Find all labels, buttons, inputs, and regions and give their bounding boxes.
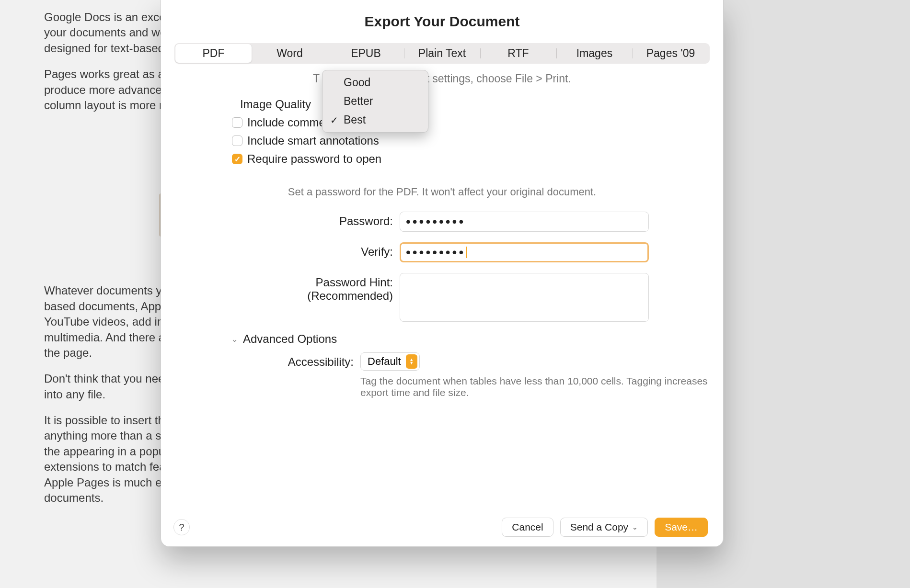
send-copy-label: Send a Copy — [570, 521, 628, 533]
verify-label: Verify: — [174, 242, 400, 259]
tab-epub[interactable]: EPUB — [328, 44, 404, 63]
hint-label: Password Hint: (Recommended) — [174, 273, 400, 303]
accessibility-select[interactable]: Default ▲▼ — [360, 352, 420, 371]
hint-input[interactable] — [400, 273, 649, 322]
include-smart-checkbox[interactable] — [232, 136, 242, 146]
include-comments-row: Include comments — [232, 116, 710, 129]
format-tabbar: PDF Word EPUB Plain Text RTF Images Page… — [174, 43, 710, 64]
dropdown-item-best[interactable]: ✓ Best — [323, 111, 428, 129]
password-row: Password: ••••••••• — [174, 212, 710, 232]
verify-input[interactable]: ••••••••• — [400, 242, 649, 262]
include-comments-checkbox[interactable] — [232, 117, 242, 128]
require-password-label[interactable]: Require password to open — [247, 152, 381, 166]
image-quality-label: Image Quality — [232, 98, 311, 111]
tab-plaintext[interactable]: Plain Text — [404, 44, 480, 63]
password-input[interactable]: ••••••••• — [400, 212, 649, 232]
accessibility-help-text: Tag the document when tables have less t… — [360, 375, 710, 398]
tab-pdf[interactable]: PDF — [175, 44, 252, 63]
dropdown-item-better[interactable]: Better — [323, 92, 428, 111]
accessibility-row: Accessibility: Default ▲▼ Tag the docume… — [174, 352, 710, 398]
dialog-body: T t settings, choose File > Print. Image… — [173, 72, 712, 510]
dialog-title: Export Your Document — [173, 13, 712, 30]
dropdown-item-good[interactable]: Good — [323, 73, 428, 92]
include-smart-label[interactable]: Include smart annotations — [247, 134, 379, 147]
advanced-options-toggle[interactable]: ⌄ Advanced Options — [231, 332, 710, 346]
tab-images[interactable]: Images — [556, 44, 633, 63]
require-password-row: ✓ Require password to open — [232, 152, 710, 166]
print-hint: T t settings, choose File > Print. — [174, 72, 710, 85]
export-dialog: Export Your Document PDF Word EPUB Plain… — [161, 0, 724, 547]
chevron-down-icon: ⌄ — [632, 523, 638, 531]
save-button[interactable]: Save… — [655, 518, 708, 537]
include-smart-row: Include smart annotations — [232, 134, 710, 147]
verify-row: Verify: ••••••••• — [174, 242, 710, 262]
tab-pages09[interactable]: Pages '09 — [633, 44, 709, 63]
chevron-down-icon: ⌄ — [231, 334, 238, 344]
cancel-button[interactable]: Cancel — [502, 518, 553, 537]
password-label: Password: — [174, 212, 400, 228]
require-password-checkbox[interactable]: ✓ — [232, 154, 242, 164]
text-caret — [466, 247, 467, 258]
password-help-text: Set a password for the PDF. It won't aff… — [174, 186, 710, 198]
checkmark-icon: ✓ — [330, 114, 338, 126]
dialog-footer: ? Cancel Send a Copy ⌄ Save… — [173, 510, 712, 546]
tab-word[interactable]: Word — [252, 44, 328, 63]
accessibility-label: Accessibility: — [174, 352, 360, 369]
image-quality-row: Image Quality — [232, 98, 710, 111]
tab-rtf[interactable]: RTF — [480, 44, 556, 63]
advanced-options-label: Advanced Options — [243, 332, 337, 346]
image-quality-dropdown: Good Better ✓ Best — [322, 70, 428, 133]
send-copy-button[interactable]: Send a Copy ⌄ — [560, 518, 648, 537]
accessibility-value: Default — [368, 355, 401, 368]
select-stepper-icon: ▲▼ — [406, 354, 417, 369]
hint-row: Password Hint: (Recommended) — [174, 273, 710, 322]
help-button[interactable]: ? — [173, 519, 190, 535]
